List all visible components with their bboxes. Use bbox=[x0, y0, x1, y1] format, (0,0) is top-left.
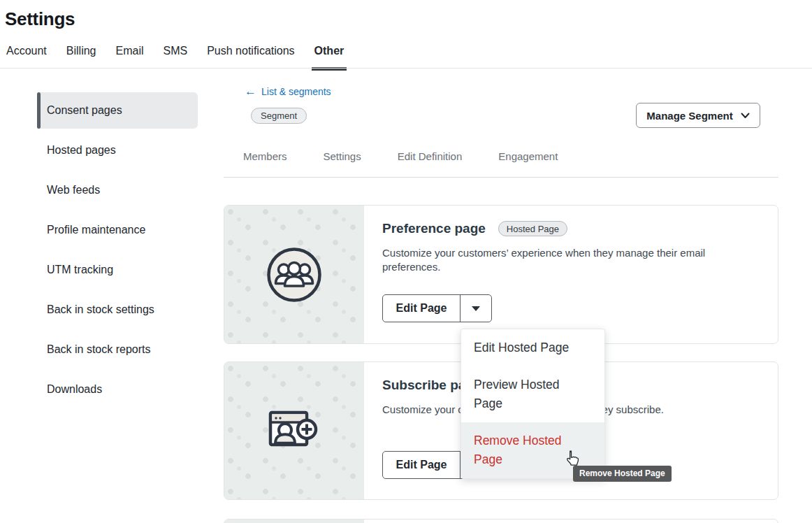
hosted-page-badge: Hosted Page bbox=[498, 221, 567, 236]
manage-segment-button[interactable]: Manage Segment bbox=[636, 103, 760, 128]
sidebar-item-label: Back in stock reports bbox=[47, 343, 151, 356]
dropdown-caret-icon bbox=[472, 306, 480, 311]
dot-pattern-panel bbox=[224, 206, 364, 343]
dot-pattern-panel bbox=[224, 362, 364, 499]
sidebar-item-hosted-pages[interactable]: Hosted pages bbox=[37, 132, 198, 169]
segment-tab-bar: Members Settings Edit Definition Engagem… bbox=[224, 145, 778, 178]
sidebar-item-utm-tracking[interactable]: UTM tracking bbox=[37, 252, 198, 288]
tab-push-notifications[interactable]: Push notifications bbox=[207, 45, 294, 70]
preference-page-card: Preference page Hosted Page Customize yo… bbox=[224, 205, 778, 344]
sidebar-item-consent-pages[interactable]: Consent pages bbox=[37, 92, 198, 129]
sidebar-item-profile-maintenance[interactable]: Profile maintenance bbox=[37, 212, 198, 248]
sidebar-item-label: Downloads bbox=[47, 383, 102, 396]
people-group-icon bbox=[266, 247, 322, 303]
edit-page-button[interactable]: Edit Page bbox=[383, 452, 460, 478]
pointer-cursor-icon bbox=[563, 450, 581, 468]
edit-page-dropdown-toggle[interactable] bbox=[460, 295, 491, 322]
back-to-lists-link[interactable]: ← List & segments bbox=[245, 86, 331, 97]
browser-add-user-icon bbox=[266, 406, 322, 461]
dot-pattern-panel bbox=[224, 520, 364, 523]
sidebar-item-back-in-stock-reports[interactable]: Back in stock reports bbox=[37, 331, 198, 368]
sidebar-item-label: Hosted pages bbox=[47, 144, 116, 157]
edit-page-dropdown-menu: Edit Hosted Page Preview Hosted Page Rem… bbox=[461, 329, 605, 479]
manage-segment-label: Manage Segment bbox=[646, 110, 732, 122]
edit-page-split-button: Edit Page bbox=[382, 294, 492, 322]
menu-item-preview-hosted-page[interactable]: Preview Hosted Page bbox=[461, 366, 604, 422]
tab-engagement[interactable]: Engagement bbox=[498, 145, 558, 177]
sidebar-item-label: Consent pages bbox=[47, 104, 122, 117]
sidebar-item-back-in-stock-settings[interactable]: Back in stock settings bbox=[37, 292, 198, 328]
settings-tab-bar: Account Billing Email SMS Push notificat… bbox=[6, 45, 344, 70]
tab-edit-definition[interactable]: Edit Definition bbox=[398, 145, 463, 177]
card-title-row: Preference page Hosted Page bbox=[382, 221, 567, 236]
sidebar-item-web-feeds[interactable]: Web feeds bbox=[37, 172, 198, 208]
chevron-down-icon bbox=[741, 113, 750, 119]
back-arrow-icon: ← bbox=[245, 87, 256, 96]
settings-screen: Settings Account Billing Email SMS Push … bbox=[0, 0, 812, 523]
sidebar: Consent pages Hosted pages Web feeds Pro… bbox=[37, 92, 198, 411]
sidebar-item-label: UTM tracking bbox=[47, 264, 113, 276]
next-page-card-partial bbox=[224, 519, 778, 523]
tab-other[interactable]: Other bbox=[314, 45, 345, 70]
tab-email[interactable]: Email bbox=[116, 45, 144, 70]
tab-sms[interactable]: SMS bbox=[164, 45, 188, 70]
tab-segment-settings[interactable]: Settings bbox=[324, 145, 361, 177]
segment-type-badge: Segment bbox=[251, 108, 307, 124]
card-title: Preference page bbox=[382, 221, 486, 236]
back-link-label: List & segments bbox=[261, 86, 331, 97]
menu-item-edit-hosted-page[interactable]: Edit Hosted Page bbox=[461, 329, 604, 366]
tab-members[interactable]: Members bbox=[243, 145, 287, 177]
sidebar-item-label: Back in stock settings bbox=[47, 303, 154, 316]
edit-page-button[interactable]: Edit Page bbox=[383, 295, 460, 322]
tab-account[interactable]: Account bbox=[6, 45, 47, 70]
remove-hosted-page-tooltip: Remove Hosted Page bbox=[573, 466, 672, 482]
sidebar-item-label: Web feeds bbox=[47, 184, 100, 196]
sidebar-item-label: Profile maintenance bbox=[47, 224, 145, 236]
tab-billing[interactable]: Billing bbox=[66, 45, 96, 70]
sidebar-item-downloads[interactable]: Downloads bbox=[37, 371, 198, 408]
card-description: Customize your customers’ experience whe… bbox=[382, 246, 721, 274]
page-title: Settings bbox=[5, 8, 75, 30]
